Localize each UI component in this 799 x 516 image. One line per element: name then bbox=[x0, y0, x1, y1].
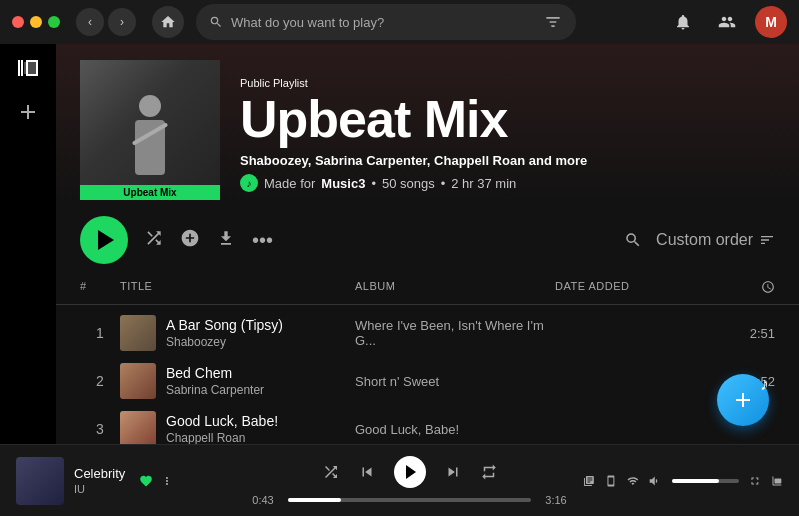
player-bar: Celebrity IU bbox=[0, 444, 799, 516]
playlist-art-label: Upbeat Mix bbox=[80, 185, 220, 200]
now-playing-artist: IU bbox=[74, 483, 125, 495]
playlist-type: Public Playlist bbox=[240, 77, 775, 89]
next-button[interactable] bbox=[444, 463, 462, 481]
volume-bar[interactable] bbox=[672, 479, 739, 483]
volume-icon[interactable] bbox=[648, 473, 662, 489]
search-input[interactable] bbox=[231, 15, 535, 30]
repeat-button[interactable] bbox=[480, 463, 498, 481]
track-text: A Bar Song (Tipsy) Shaboozey bbox=[166, 317, 283, 349]
search-icon bbox=[209, 15, 223, 29]
track-table: # Title Album Date added 1 A Bar Song (T… bbox=[56, 280, 799, 444]
col-duration bbox=[715, 280, 775, 296]
col-date: Date added bbox=[555, 280, 715, 296]
player-play-button[interactable] bbox=[394, 456, 426, 488]
pip-icon[interactable] bbox=[771, 474, 783, 488]
table-row[interactable]: 3 Good Luck, Babe! Chappell Roan Good Lu… bbox=[56, 405, 799, 444]
nav-arrows: ‹ › bbox=[76, 8, 136, 36]
artwork-image bbox=[80, 60, 220, 200]
prev-button[interactable] bbox=[358, 463, 376, 481]
col-title: Title bbox=[120, 280, 355, 296]
sidebar bbox=[0, 44, 56, 444]
now-playing-title: Celebrity bbox=[74, 466, 125, 481]
playlist-title: Upbeat Mix bbox=[240, 93, 775, 145]
user-avatar[interactable]: M bbox=[755, 6, 787, 38]
track-album: Good Luck, Babe! bbox=[355, 422, 555, 437]
now-playing-thumb bbox=[16, 457, 64, 505]
add-button[interactable] bbox=[180, 228, 200, 253]
play-icon bbox=[98, 230, 114, 250]
browse-icon bbox=[543, 12, 563, 32]
track-number: 2 bbox=[80, 373, 120, 389]
track-thumbnail bbox=[120, 411, 156, 444]
topbar-right: M bbox=[667, 6, 787, 38]
track-album: Where I've Been, Isn't Where I'm G... bbox=[355, 318, 555, 348]
art-figure-body bbox=[135, 120, 165, 175]
fullscreen-icon[interactable] bbox=[749, 474, 761, 488]
close-window-button[interactable] bbox=[12, 16, 24, 28]
track-info: A Bar Song (Tipsy) Shaboozey bbox=[120, 315, 355, 351]
now-playing-icons bbox=[139, 474, 173, 488]
content-area[interactable]: Upbeat Mix Public Playlist Upbeat Mix Sh… bbox=[56, 44, 799, 444]
track-number: 1 bbox=[80, 325, 120, 341]
custom-order-button[interactable]: Custom order bbox=[656, 231, 775, 249]
heart-icon[interactable] bbox=[139, 474, 153, 488]
friends-button[interactable] bbox=[711, 6, 743, 38]
track-text: Bed Chem Sabrina Carpenter bbox=[166, 365, 264, 397]
notifications-button[interactable] bbox=[667, 6, 699, 38]
track-info: Bed Chem Sabrina Carpenter bbox=[120, 363, 355, 399]
track-album: Short n' Sweet bbox=[355, 374, 555, 389]
titlebar: ‹ › M bbox=[0, 0, 799, 44]
back-button[interactable]: ‹ bbox=[76, 8, 104, 36]
connect-icon[interactable] bbox=[627, 474, 639, 488]
ctrl-right: Custom order bbox=[624, 231, 775, 249]
track-artist: Shaboozey bbox=[166, 335, 283, 349]
device-icon[interactable] bbox=[605, 474, 617, 488]
track-artist: Chappell Roan bbox=[166, 431, 278, 444]
search-bar[interactable] bbox=[196, 4, 576, 40]
player-right bbox=[583, 473, 783, 489]
track-thumbnail bbox=[120, 315, 156, 351]
col-album: Album bbox=[355, 280, 555, 296]
minimize-window-button[interactable] bbox=[30, 16, 42, 28]
art-figure-head bbox=[139, 95, 161, 117]
search-tracks-icon[interactable] bbox=[624, 231, 642, 249]
table-row[interactable]: 2 Bed Chem Sabrina Carpenter Short n' Sw… bbox=[56, 357, 799, 405]
progress-row: 0:43 3:16 bbox=[248, 494, 571, 506]
fab-add-button[interactable]: ♪ bbox=[717, 374, 769, 426]
sidebar-library-icon[interactable] bbox=[16, 56, 40, 80]
fab-note-icon: ♪ bbox=[760, 374, 769, 395]
forward-button[interactable]: › bbox=[108, 8, 136, 36]
traffic-lights bbox=[12, 16, 60, 28]
download-button[interactable] bbox=[216, 228, 236, 253]
volume-fill bbox=[672, 479, 719, 483]
sidebar-add-icon[interactable] bbox=[16, 100, 40, 124]
playlist-artwork: Upbeat Mix bbox=[80, 60, 220, 200]
col-num: # bbox=[80, 280, 120, 296]
track-name: Bed Chem bbox=[166, 365, 264, 381]
track-duration: 2:51 bbox=[715, 326, 775, 341]
track-info: Good Luck, Babe! Chappell Roan bbox=[120, 411, 355, 444]
playlist-meta: ♪ Made for Music3 • 50 songs • 2 hr 37 m… bbox=[240, 174, 775, 192]
main-content: Upbeat Mix Public Playlist Upbeat Mix Sh… bbox=[0, 44, 799, 444]
more-button[interactable]: ••• bbox=[252, 229, 273, 252]
controls-row: ••• Custom order bbox=[56, 200, 799, 280]
track-text: Good Luck, Babe! Chappell Roan bbox=[166, 413, 278, 444]
more-dots-icon[interactable] bbox=[161, 475, 173, 487]
home-button[interactable] bbox=[152, 6, 184, 38]
progress-fill bbox=[288, 498, 341, 502]
queue-icon[interactable] bbox=[583, 474, 595, 488]
play-button[interactable] bbox=[80, 216, 128, 264]
shuffle-button[interactable] bbox=[144, 228, 164, 253]
player-play-icon bbox=[406, 465, 416, 479]
track-number: 3 bbox=[80, 421, 120, 437]
shuffle-player-icon[interactable] bbox=[322, 463, 340, 481]
player-center: 0:43 3:16 bbox=[248, 456, 571, 506]
maximize-window-button[interactable] bbox=[48, 16, 60, 28]
table-row[interactable]: 1 A Bar Song (Tipsy) Shaboozey Where I'v… bbox=[56, 309, 799, 357]
progress-bar[interactable] bbox=[288, 498, 531, 502]
total-time: 3:16 bbox=[541, 494, 571, 506]
track-artist: Sabrina Carpenter bbox=[166, 383, 264, 397]
track-name: Good Luck, Babe! bbox=[166, 413, 278, 429]
fab-add-icon bbox=[731, 388, 755, 412]
spotify-icon: ♪ bbox=[240, 174, 258, 192]
